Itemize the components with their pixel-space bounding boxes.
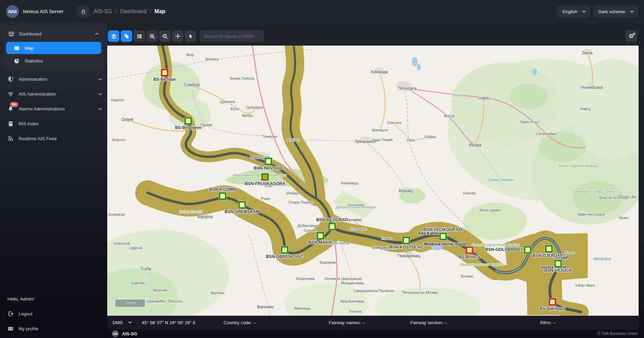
station-label: BSN-SREMSKAM	[225, 209, 259, 214]
station-marker[interactable]	[317, 232, 324, 239]
gears-icon: ⚙	[633, 32, 636, 36]
move-icon	[175, 33, 181, 39]
station-marker[interactable]	[161, 69, 168, 76]
my-profile-button[interactable]: My profile	[0, 321, 107, 336]
station-marker[interactable]	[549, 298, 556, 306]
chevron-icon	[95, 32, 99, 36]
station-marker[interactable]	[524, 246, 531, 254]
breadcrumb-item-ais-sg[interactable]: AIS-SG	[94, 8, 112, 15]
sidebar-group-dashboard: DashboardMapStatistics	[3, 26, 104, 70]
pan-button[interactable]	[172, 30, 183, 42]
breadcrumb: AIS-SG/Dashboard/Map	[94, 8, 165, 15]
sidebar-item-label: Realtime AIS Feed	[19, 136, 103, 141]
chevron-down-icon	[98, 92, 103, 96]
chevron-down-icon	[128, 320, 132, 324]
sidebar-item-label: Map	[25, 46, 96, 51]
breadcrumb-item-map: Map	[154, 8, 165, 15]
station-marker[interactable]	[261, 173, 269, 181]
pie-icon	[14, 58, 20, 64]
language-value: English	[562, 9, 577, 14]
copyright-text: © Soft Business Union	[597, 331, 638, 336]
breadcrumb-separator: /	[115, 9, 117, 14]
station-marker[interactable]	[281, 246, 288, 254]
station-label: BSN-NOVISAD	[254, 166, 283, 171]
my-profile-label: My profile	[19, 326, 103, 331]
rkm-field: RKm: --	[540, 316, 556, 329]
sidebar-item-dashboard[interactable]: Dashboard	[3, 26, 104, 41]
grid-icon	[8, 31, 14, 37]
zoom-in-button[interactable]	[146, 30, 158, 42]
sidebar-item-label: AIS Administration	[19, 92, 98, 97]
search-input[interactable]	[200, 30, 264, 42]
map-statusbar: DMS 45° 56' 07" N 19° 00' 29" E Country …	[107, 316, 639, 329]
scale-label: 20 km	[125, 301, 136, 306]
chevron-icon	[98, 107, 103, 111]
zoom-out-button[interactable]	[159, 30, 171, 42]
sidebar-item-realtime-ais-feed[interactable]: Realtime AIS Feed	[0, 131, 107, 146]
chevron-down-icon	[582, 9, 586, 14]
grid-icon	[8, 31, 14, 37]
language-select[interactable]: English	[558, 6, 590, 17]
theme-value: Dark scheme	[598, 9, 625, 14]
alarm-count-badge: 9+	[10, 102, 18, 107]
wifi-icon	[7, 91, 13, 97]
sidebar-nav: DashboardMapStatisticsAdministrationAIS …	[0, 23, 107, 146]
sidebar: DashboardMapStatisticsAdministrationAIS …	[0, 23, 107, 338]
station-marker[interactable]	[439, 233, 447, 240]
map-settings-button[interactable]: ⚙ ⚙	[625, 30, 637, 42]
chevron-up-icon	[95, 32, 99, 36]
station-marker[interactable]	[265, 158, 272, 165]
station-marker[interactable]	[238, 201, 246, 209]
sidebar-item-ais-administration[interactable]: AIS Administration	[0, 86, 107, 101]
layers-button[interactable]	[108, 30, 119, 42]
breadcrumb-item-dashboard[interactable]: Dashboard	[120, 8, 146, 15]
station-marker[interactable]	[403, 237, 410, 244]
logout-icon	[7, 311, 13, 317]
zoom-out-icon	[162, 33, 168, 39]
labels-button[interactable]	[121, 30, 132, 42]
station-marker[interactable]	[328, 223, 336, 230]
toolbar-buttons	[108, 30, 196, 42]
coordinate-format-value: DMS	[113, 320, 123, 325]
station-marker[interactable]	[545, 245, 553, 253]
station-list-button[interactable]	[134, 30, 145, 42]
sidebar-item-statistics[interactable]: Statistics	[6, 55, 101, 67]
app-logo-icon: NAS	[6, 5, 19, 18]
sidebar-item-map[interactable]: Map	[6, 42, 101, 54]
app-title: Nereus AIS Server	[23, 9, 63, 14]
shield-icon	[8, 76, 13, 82]
station-label: BSN-VELIKOGRADI	[423, 227, 463, 232]
station-label: BSN-VAJUGA	[544, 268, 572, 273]
wifi-icon	[8, 91, 13, 97]
logout-label: Logout	[19, 311, 103, 316]
sidebar-item-ris-index[interactable]: RIS Index	[0, 116, 107, 131]
sidebar-item-alarms-administrations[interactable]: 9+Alarms Administrations	[0, 101, 107, 116]
rss-icon	[8, 136, 13, 141]
pie-icon	[13, 58, 20, 64]
theme-select[interactable]: Dark scheme	[593, 6, 638, 17]
lock-button[interactable]	[78, 6, 89, 17]
cursor-coordinates: 45° 56' 07" N 19° 00' 29" E	[142, 316, 196, 329]
chevron-icon	[98, 77, 103, 81]
breadcrumb-separator: /	[150, 9, 151, 14]
station-marker[interactable]	[184, 117, 192, 125]
chevron-down-icon	[98, 77, 103, 81]
list-icon	[137, 33, 142, 39]
shield-icon	[7, 76, 13, 82]
coordinate-format-select[interactable]: DMS	[107, 316, 139, 329]
logout-button[interactable]: Logout	[0, 306, 107, 321]
station-label: BSN-KOSTOLAC	[389, 245, 423, 250]
app-footer: NAS AIS-SG © Soft Business Union	[107, 329, 644, 338]
sidebar-item-administration[interactable]: Administration	[0, 72, 107, 86]
station-marker[interactable]	[219, 192, 226, 200]
map-canvas[interactable]: MohácsBolyValpovoOsijekĐakovoСомборБачка…	[107, 46, 639, 316]
station-marker[interactable]	[466, 246, 473, 254]
main-content: ⚙ ⚙	[107, 23, 644, 338]
sidebar-item-label: Statistics	[25, 58, 96, 63]
rss-icon	[7, 135, 13, 141]
header-controls: English Dark scheme	[558, 6, 644, 17]
station-label: BSN-GOLOBRDO1	[485, 247, 523, 252]
sidebar-item-label: Alarms Administrations	[19, 106, 98, 111]
station-marker[interactable]	[554, 260, 562, 267]
select-button[interactable]	[185, 30, 196, 42]
